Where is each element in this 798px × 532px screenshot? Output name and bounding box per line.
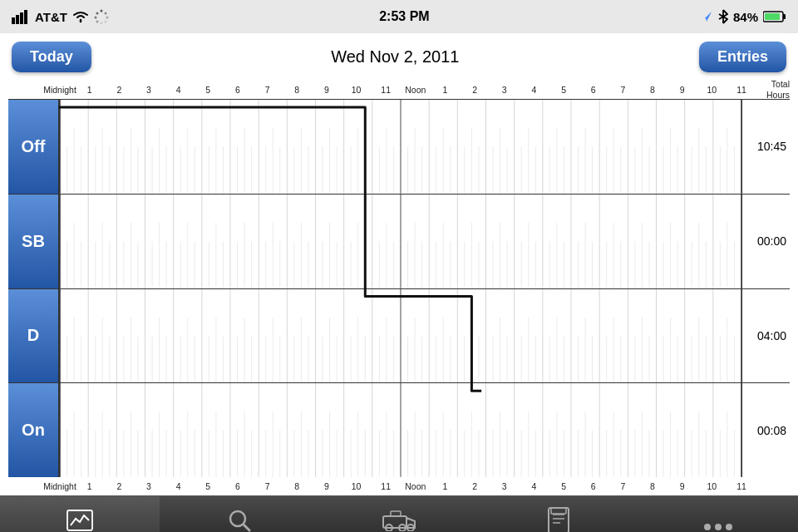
svg-point-7	[104, 21, 106, 23]
time-label-21: 9	[680, 481, 685, 491]
svg-rect-1	[16, 15, 19, 24]
svg-rect-2	[20, 12, 23, 24]
entries-button[interactable]: Entries	[699, 42, 786, 72]
top-time-labels: Midnight1234567891011Noon1234567891011 T…	[8, 81, 790, 99]
row-off-button[interactable]: Off	[8, 100, 60, 194]
time-label-14: 2	[472, 481, 477, 491]
row-on-hours: 00:08	[741, 383, 790, 477]
header: Today Wed Nov 2, 2011 Entries	[0, 33, 798, 81]
time-label-23: 11	[736, 85, 746, 95]
time-label-22: 10	[707, 85, 717, 95]
svg-point-9	[96, 21, 98, 23]
time-label-13: 1	[443, 85, 448, 95]
svg-point-418	[715, 524, 722, 530]
time-label-0: Midnight	[43, 481, 76, 491]
time-label-20: 8	[650, 85, 655, 95]
signal-icon	[12, 9, 30, 24]
time-label-16: 4	[532, 481, 537, 491]
time-label-18: 6	[591, 481, 596, 491]
row-sb-chart	[60, 195, 741, 288]
spinner-icon	[94, 9, 109, 24]
svg-point-8	[100, 22, 102, 25]
time-label-17: 5	[561, 85, 566, 95]
time-label-0: Midnight	[43, 85, 76, 95]
tab-more[interactable]: More	[638, 496, 798, 532]
reports-icon	[547, 506, 570, 532]
row-d-button[interactable]: D	[8, 289, 60, 383]
time-label-9: 9	[324, 481, 329, 491]
tab-logs[interactable]: Logs	[0, 496, 160, 532]
status-right: 84%	[700, 9, 786, 24]
bottom-time-labels: Midnight1234567891011Noon1234567891011	[8, 477, 790, 495]
row-off: Off 10:45	[8, 99, 790, 194]
svg-point-6	[106, 17, 108, 19]
on-grid	[60, 383, 741, 477]
time-label-3: 3	[146, 85, 151, 95]
d-grid	[60, 289, 741, 383]
header-date: Wed Nov 2, 2011	[331, 47, 459, 66]
tab-inspections[interactable]: Inspections	[160, 496, 319, 532]
time-label-10: 10	[352, 481, 362, 491]
time-label-6: 6	[235, 85, 240, 95]
log-grid: Off 10:45 SB 00:00 D 04:00	[8, 99, 790, 477]
svg-point-11	[96, 12, 98, 15]
time-label-2: 2	[116, 85, 121, 95]
svg-point-10	[94, 17, 96, 19]
time-label-3: 3	[146, 481, 151, 491]
svg-rect-0	[12, 17, 15, 24]
svg-line-405	[244, 525, 249, 530]
tab-reports[interactable]: Reports	[479, 496, 638, 532]
time-label-12: Noon	[405, 481, 426, 491]
time-label-15: 3	[502, 85, 507, 95]
time-label-20: 8	[650, 481, 655, 491]
tab-bar: Logs Inspections Equipment	[0, 495, 798, 532]
time-label-19: 7	[620, 481, 625, 491]
time-label-18: 6	[591, 85, 596, 95]
svg-rect-3	[24, 10, 27, 24]
time-label-9: 9	[324, 85, 329, 95]
battery-icon	[763, 10, 786, 23]
time-label-17: 5	[561, 481, 566, 491]
tab-equipment[interactable]: Equipment	[319, 496, 479, 532]
time-label-11: 11	[381, 85, 391, 95]
battery-percentage: 84%	[733, 10, 758, 24]
time-label-4: 4	[176, 85, 181, 95]
time-label-15: 3	[502, 481, 507, 491]
time-label-11: 11	[381, 481, 391, 491]
carrier-label: AT&T	[35, 10, 67, 24]
time-label-1: 1	[87, 481, 92, 491]
status-time: 2:53 PM	[379, 9, 429, 24]
row-off-hours: 10:45	[741, 100, 790, 194]
row-d-chart	[60, 289, 741, 383]
status-bar: AT&T 2:53 PM 84%	[0, 0, 798, 33]
time-label-6: 6	[235, 481, 240, 491]
time-label-19: 7	[620, 85, 625, 95]
row-on: On 00:08	[8, 382, 790, 477]
more-icon	[703, 510, 733, 533]
svg-point-4	[100, 10, 102, 12]
row-sb: SB 00:00	[8, 194, 790, 288]
row-off-chart	[60, 100, 741, 194]
location-icon	[700, 10, 713, 23]
row-d-hours: 04:00	[741, 289, 790, 383]
svg-rect-13	[783, 14, 786, 19]
row-on-button[interactable]: On	[8, 383, 60, 477]
main-content: Today Wed Nov 2, 2011 Entries Midnight12…	[0, 33, 798, 495]
row-d: D 04:00	[8, 288, 790, 383]
equipment-icon	[382, 510, 416, 532]
logs-icon	[66, 509, 94, 532]
time-label-14: 2	[472, 85, 477, 95]
row-sb-button[interactable]: SB	[8, 195, 60, 288]
svg-rect-14	[765, 13, 780, 20]
time-label-12: Noon	[405, 85, 426, 95]
time-label-2: 2	[116, 481, 121, 491]
svg-point-417	[704, 524, 711, 530]
time-label-22: 10	[707, 481, 717, 491]
today-button[interactable]: Today	[12, 42, 91, 72]
sb-grid	[60, 195, 741, 288]
time-label-16: 4	[532, 85, 537, 95]
row-on-chart	[60, 383, 741, 477]
total-hours-header: TotalHours	[741, 79, 790, 100]
bluetooth-icon	[718, 9, 728, 24]
status-left: AT&T	[12, 9, 109, 24]
